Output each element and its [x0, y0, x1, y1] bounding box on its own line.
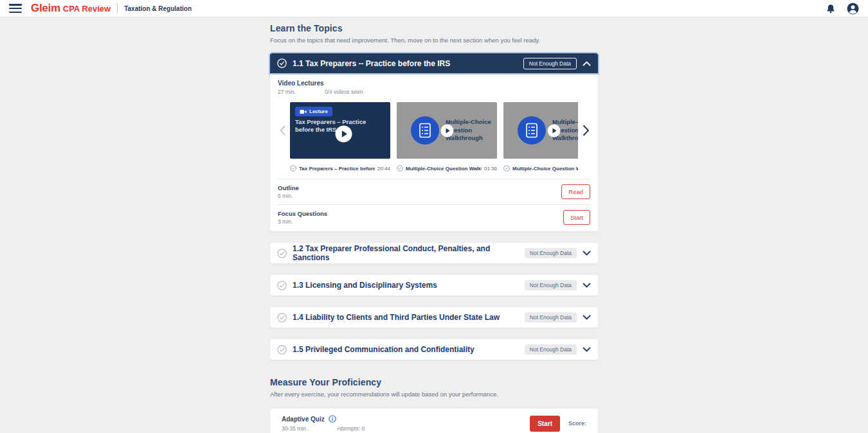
video-thumbnail-mcq[interactable]: Multiple-Choice Question Walkthrough	[503, 102, 578, 159]
check-circle-icon	[277, 249, 287, 258]
brand-logo[interactable]: Gleim CPA Review	[31, 2, 111, 15]
topic-title: 1.2 Tax Preparer Professional Conduct, P…	[293, 244, 519, 262]
topic-card-1-5[interactable]: 1.5 Privileged Communication and Confide…	[270, 339, 598, 360]
course-name: Taxation & Regulation	[124, 5, 192, 12]
learn-topics-title: Learn the Topics	[270, 23, 598, 33]
focus-questions-title: Focus Questions	[278, 210, 563, 217]
adaptive-quiz-title: Adaptive Quiz	[282, 416, 325, 423]
topic-card-1-4[interactable]: 1.4 Liability to Clients and Third Parti…	[270, 307, 598, 328]
check-circle-icon	[277, 345, 287, 355]
main-content: Learn the Topics Focus on the topics tha…	[270, 17, 598, 433]
status-badge: Not Enough Data	[525, 344, 577, 355]
divider	[117, 3, 118, 13]
status-badge: Not Enough Data	[525, 248, 577, 258]
outline-duration: 6 min.	[278, 193, 561, 199]
topic-card-1-3[interactable]: 1.3 Licensing and Disciplinary Systems N…	[270, 275, 598, 296]
start-button[interactable]: Start	[563, 210, 590, 225]
outline-title: Outline	[278, 184, 561, 191]
video-thumbnail-mcq[interactable]: Multiple-Choice Question Walkthrough	[397, 102, 497, 159]
chevron-down-icon[interactable]	[583, 315, 591, 320]
app-bar: Gleim CPA Review Taxation & Regulation	[0, 0, 868, 17]
carousel-prev-icon[interactable]	[278, 124, 287, 137]
outline-row: Outline 6 min. Read	[278, 179, 590, 204]
hamburger-menu-icon[interactable]	[9, 4, 22, 13]
proficiency-section: Measure Your Proficiency After every exe…	[270, 377, 598, 433]
topic-card-1-2[interactable]: 1.2 Tax Preparer Professional Conduct, P…	[270, 243, 598, 263]
check-circle-icon	[277, 281, 287, 290]
quiz-duration: 30-35 min.	[282, 425, 307, 432]
check-circle-icon	[277, 313, 287, 323]
play-icon[interactable]	[547, 124, 561, 137]
chevron-down-icon[interactable]	[583, 251, 591, 256]
adaptive-quiz-card: Adaptive Quiz 30-35 min. Attempts: 0 Sta…	[270, 409, 598, 433]
video-thumbnail-lecture[interactable]: Lecture Tax Preparers – Practice before …	[290, 102, 390, 159]
videos-seen-count: 0/4 videos seen	[325, 89, 363, 95]
question-sheet-icon	[411, 116, 439, 145]
topic-header-1-1[interactable]: 1.1 Tax Preparers -- Practice before the…	[270, 53, 598, 73]
topic-title: 1.1 Tax Preparers -- Practice before the…	[293, 59, 518, 68]
quiz-start-button[interactable]: Start	[530, 416, 560, 432]
video-carousel: Lecture Tax Preparers – Practice before …	[278, 102, 590, 172]
notifications-bell-icon[interactable]	[826, 4, 835, 13]
check-circle-icon	[277, 58, 287, 68]
topic-title: 1.3 Licensing and Disciplinary Systems	[293, 281, 519, 290]
play-icon[interactable]	[335, 125, 352, 143]
topic-body-1-1: Video Lectures 27 min. 0/4 videos seen	[270, 73, 598, 231]
focus-questions-row: Focus Questions 3 min. Start	[278, 204, 590, 231]
topic-title: 1.4 Liability to Clients and Third Parti…	[293, 313, 519, 322]
video-caption[interactable]: Multiple-Choice Question Walkt...	[503, 165, 578, 172]
info-icon[interactable]	[329, 415, 336, 423]
lecture-badge: Lecture	[295, 107, 332, 116]
user-avatar-icon[interactable]	[847, 3, 859, 15]
score-label: Score:	[568, 420, 586, 427]
proficiency-title: Measure Your Proficiency	[270, 377, 598, 387]
chevron-up-icon[interactable]	[583, 61, 591, 66]
play-icon[interactable]	[440, 124, 454, 137]
proficiency-subtitle: After every exercise, your recommendatio…	[270, 391, 598, 398]
video-title: Tax Preparers – Practice before the IRS	[295, 118, 372, 134]
topic-card-1-1: 1.1 Tax Preparers -- Practice before the…	[270, 53, 598, 231]
read-button[interactable]: Read	[561, 184, 590, 199]
focus-questions-duration: 3 min.	[278, 218, 563, 225]
brand-name: Gleim	[31, 2, 60, 15]
topic-title: 1.5 Privileged Communication and Confide…	[293, 345, 519, 354]
video-lectures-duration: 27 min.	[278, 89, 296, 95]
brand-suffix: CPA Review	[63, 4, 111, 13]
video-caption[interactable]: Multiple-Choice Question Walkt... 01:36	[397, 165, 497, 172]
video-lectures-title: Video Lectures	[278, 80, 590, 87]
learn-topics-subtitle: Focus on the topics that need improvemen…	[270, 37, 598, 44]
carousel-viewport: Lecture Tax Preparers – Practice before …	[290, 102, 578, 172]
quiz-attempts: Attempts: 0	[337, 425, 365, 432]
carousel-next-icon[interactable]	[581, 124, 590, 137]
video-caption[interactable]: Tax Preparers – Practice before ... 20:4…	[290, 165, 390, 172]
chevron-down-icon[interactable]	[583, 283, 591, 288]
question-sheet-icon	[518, 116, 546, 145]
status-badge: Not Enough Data	[523, 58, 577, 69]
status-badge: Not Enough Data	[525, 280, 577, 290]
chevron-down-icon[interactable]	[583, 347, 591, 352]
status-badge: Not Enough Data	[525, 312, 577, 323]
